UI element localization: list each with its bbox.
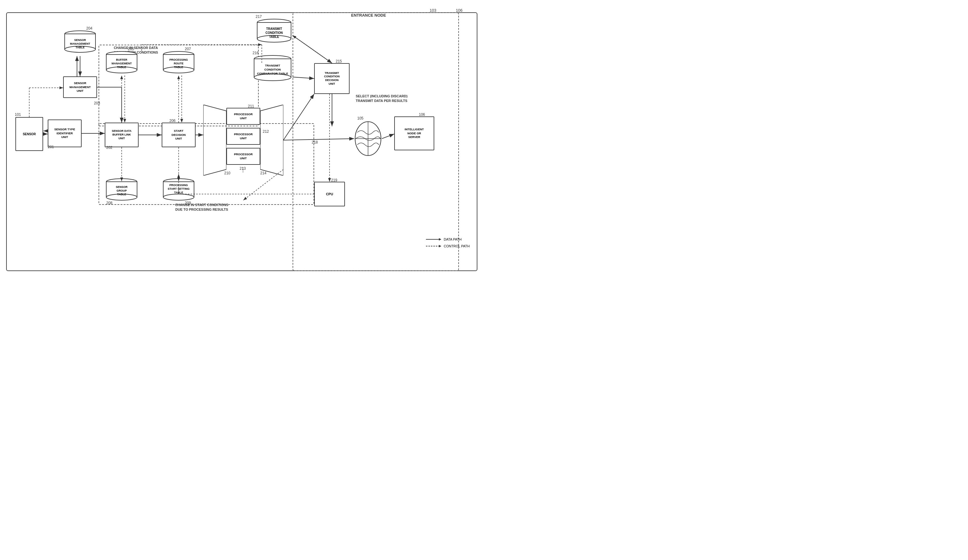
sensor-management-table-block: SENSOR MANAGEMENT TABLE bbox=[63, 30, 97, 56]
processing-route-table-block: PROCESSING ROUTE TABLE bbox=[162, 51, 196, 77]
start-decision-unit-number: 206 bbox=[169, 119, 176, 123]
control-path-icon bbox=[426, 244, 441, 248]
svg-text:TABLE: TABLE bbox=[174, 191, 183, 194]
sensor-block: SENSOR bbox=[15, 117, 43, 151]
diagram-container: ENTRANCE NODE 106 103 CHANGE IN SENSOR D… bbox=[3, 3, 481, 276]
svg-text:TRANSMIT: TRANSMIT bbox=[266, 27, 282, 30]
label-203: 203 bbox=[94, 101, 100, 105]
legend: DATA PATH CONTROL PATH bbox=[426, 237, 470, 248]
svg-text:TABLE: TABLE bbox=[117, 193, 126, 196]
svg-text:PROCESSING: PROCESSING bbox=[169, 184, 188, 187]
select-transmit-label: SELECT (INCLUDING DISCARD)TRANSMIT DATA … bbox=[356, 94, 417, 103]
processor-213-number: 213 bbox=[240, 166, 246, 171]
intelligent-node-server-block: INTELLIGENTNODE ORSERVER bbox=[394, 116, 434, 150]
entrance-node-number: 106 bbox=[456, 8, 462, 13]
svg-text:SENSOR: SENSOR bbox=[116, 186, 128, 189]
entrance-node-103: 103 bbox=[429, 8, 436, 13]
svg-text:COMPARATOR TABLE: COMPARATOR TABLE bbox=[257, 72, 288, 75]
processing-route-table-number: 207 bbox=[185, 47, 191, 51]
entrance-node-label: ENTRANCE NODE bbox=[351, 13, 386, 18]
legend-control-path: CONTROL PATH bbox=[426, 244, 470, 248]
processor-unit-3-block: PROCESSORUNIT bbox=[226, 148, 260, 165]
sensor-data-buffer-link-unit-number: 202 bbox=[106, 146, 113, 150]
processor-unit-1-number: 211 bbox=[248, 104, 254, 108]
transmit-condition-table-number: 217 bbox=[255, 15, 262, 19]
network-number: 105 bbox=[357, 116, 363, 121]
svg-text:TABLE: TABLE bbox=[269, 35, 279, 38]
cpu-block: CPU bbox=[314, 182, 345, 206]
buffer-management-table-number: 205 bbox=[128, 47, 134, 51]
svg-marker-57 bbox=[260, 105, 283, 176]
processing-start-setting-table-number: 209 bbox=[185, 201, 191, 205]
svg-text:START SETTING: START SETTING bbox=[168, 187, 190, 191]
sensor-data-buffer-link-unit-block: SENSOR DATABUFFER LINKUNIT bbox=[105, 123, 139, 147]
transmit-condition-comparator-table-number: 216 bbox=[252, 51, 259, 55]
svg-text:MANAGEMENT: MANAGEMENT bbox=[70, 42, 90, 45]
processor-unit-2-block: PROCESSORUNIT bbox=[226, 128, 260, 145]
network-svg bbox=[354, 120, 382, 157]
transmit-condition-decision-unit-number: 215 bbox=[336, 59, 342, 63]
svg-text:TABLE: TABLE bbox=[117, 66, 126, 69]
svg-text:BUFFER: BUFFER bbox=[116, 58, 128, 61]
transmit-condition-table-block: TRANSMIT CONDITION TABLE bbox=[255, 18, 293, 46]
intelligent-node-server-number: 106 bbox=[419, 113, 425, 117]
sensor-group-table-number: 208 bbox=[106, 201, 113, 205]
sensor-management-table-number: 204 bbox=[86, 26, 93, 30]
processor-unit-1-block: PROCESSORUNIT bbox=[226, 108, 260, 125]
svg-text:TRANSMIT: TRANSMIT bbox=[265, 64, 280, 67]
svg-marker-98 bbox=[439, 245, 441, 247]
svg-text:CONDITION: CONDITION bbox=[265, 31, 283, 35]
data-path-label: DATA PATH bbox=[444, 237, 462, 241]
transmit-condition-decision-unit-block: TRANSMITCONDITIONDECISIONUNIT bbox=[314, 63, 350, 94]
cpu-number: 219 bbox=[331, 178, 337, 182]
sensor-group-table-block: SENSOR GROUP TABLE bbox=[105, 178, 139, 204]
svg-text:TABLE: TABLE bbox=[75, 46, 85, 49]
svg-marker-96 bbox=[439, 238, 441, 240]
output-funnel-svg bbox=[260, 105, 283, 176]
transmit-condition-comparator-table-block: TRANSMIT CONDITION COMPARATOR TABLE bbox=[252, 55, 293, 85]
svg-point-36 bbox=[163, 194, 194, 200]
buffer-management-table-block: BUFFER MANAGEMENT TABLE bbox=[105, 51, 139, 77]
svg-marker-56 bbox=[203, 105, 226, 176]
data-path-icon bbox=[426, 237, 441, 241]
svg-text:PROCESSING: PROCESSING bbox=[169, 58, 188, 61]
svg-text:CONDITION: CONDITION bbox=[264, 68, 280, 71]
processing-start-setting-table-block: PROCESSING START SETTING TABLE bbox=[162, 178, 196, 204]
start-decision-unit-block: STARTDECISIONUNIT bbox=[162, 123, 196, 147]
svg-text:SENSOR: SENSOR bbox=[74, 38, 86, 41]
svg-text:MANAGEMENT: MANAGEMENT bbox=[111, 62, 132, 65]
control-path-label: CONTROL PATH bbox=[444, 244, 470, 248]
svg-text:ROUTE: ROUTE bbox=[174, 62, 184, 65]
sensor-type-identifier-unit-number: 201 bbox=[48, 145, 54, 149]
svg-text:TABLE: TABLE bbox=[174, 66, 183, 69]
sensor-type-identifier-unit-block: SENSOR TYPEIDENTIFIERUNIT bbox=[48, 119, 81, 147]
label-218: 218 bbox=[312, 140, 318, 144]
sensor-management-unit-block: SENSORMANAGEMENTUNIT bbox=[63, 76, 97, 98]
input-funnel-svg bbox=[203, 105, 226, 176]
legend-data-path: DATA PATH bbox=[426, 237, 470, 241]
svg-text:GROUP: GROUP bbox=[116, 189, 127, 192]
sensor-number: 101 bbox=[15, 113, 21, 117]
